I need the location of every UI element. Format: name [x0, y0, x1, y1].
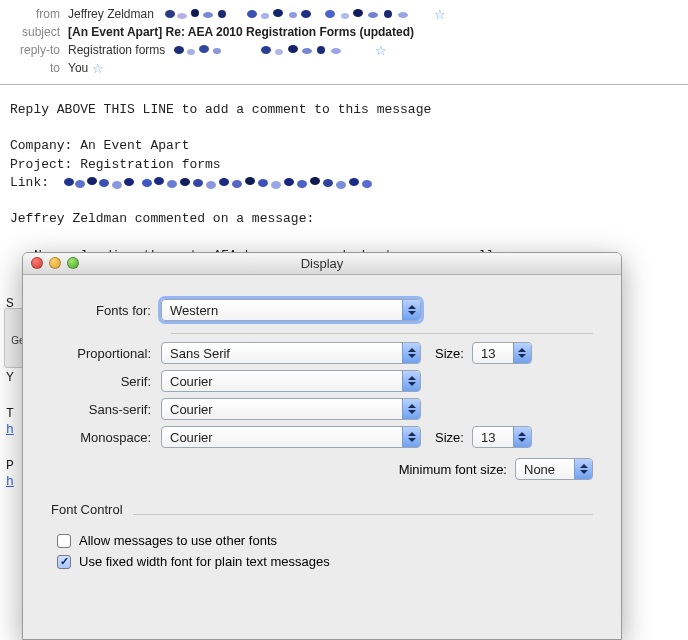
font-control-title: Font Control	[51, 502, 123, 517]
bg-letter: T	[6, 406, 14, 421]
svg-point-37	[206, 181, 216, 189]
from-value: Jeffrey Zeldman	[68, 7, 154, 21]
svg-point-41	[258, 179, 268, 187]
proportional-label: Proportional:	[51, 346, 161, 361]
star-icon[interactable]: ☆	[92, 61, 104, 76]
row-fixed-width[interactable]: Use fixed width font for plain text mess…	[57, 554, 593, 569]
divider	[171, 333, 593, 334]
svg-point-48	[349, 178, 359, 186]
window-body: Fonts for: Western Proportional: Sans Se…	[23, 275, 621, 569]
svg-point-42	[271, 181, 281, 189]
row-monospace: Monospace: Courier Size: 13	[51, 426, 593, 448]
fixed-width-label: Use fixed width font for plain text mess…	[79, 554, 330, 569]
traffic-lights	[31, 257, 79, 269]
replyto-value: Registration forms	[68, 43, 165, 57]
to-label: to	[8, 61, 68, 75]
svg-point-27	[75, 180, 85, 188]
serif-select[interactable]: Courier	[161, 370, 421, 392]
svg-point-2	[191, 9, 199, 17]
titlebar[interactable]: Display	[23, 253, 621, 275]
sans-value: Courier	[162, 402, 402, 417]
minimize-icon[interactable]	[49, 257, 61, 269]
svg-point-15	[398, 12, 408, 18]
chevron-updown-icon	[402, 371, 420, 391]
replyto-label: reply-to	[8, 43, 68, 57]
proportional-value: Sans Serif	[162, 346, 402, 361]
svg-point-44	[297, 180, 307, 188]
min-font-select[interactable]: None	[515, 458, 593, 480]
subject-label: subject	[8, 25, 68, 39]
svg-point-17	[187, 49, 195, 55]
bg-letter: h	[6, 474, 14, 489]
svg-point-49	[362, 180, 372, 188]
chevron-updown-icon	[574, 459, 592, 479]
proportional-size-value: 13	[473, 346, 513, 361]
bg-letter: h	[6, 422, 14, 437]
svg-point-24	[317, 46, 325, 54]
chevron-updown-icon	[402, 343, 420, 363]
svg-point-13	[368, 12, 378, 18]
sans-serif-select[interactable]: Courier	[161, 398, 421, 420]
monospace-select[interactable]: Courier	[161, 426, 421, 448]
close-icon[interactable]	[31, 257, 43, 269]
svg-point-38	[219, 178, 229, 186]
min-font-value: None	[516, 462, 574, 477]
display-window: Display Fonts for: Western Proportional:…	[22, 252, 622, 640]
checkbox-fixed-width[interactable]	[57, 555, 71, 569]
svg-point-28	[87, 177, 97, 185]
svg-point-47	[336, 181, 346, 189]
row-fonts-for: Fonts for: Western	[51, 299, 593, 321]
proportional-select[interactable]: Sans Serif	[161, 342, 421, 364]
svg-point-7	[273, 9, 283, 17]
sans-label: Sans-serif:	[51, 402, 161, 417]
redacted-splotch	[61, 175, 381, 189]
svg-point-26	[64, 178, 74, 186]
svg-point-22	[288, 45, 298, 53]
svg-point-3	[203, 12, 213, 18]
company-line: Company: An Event Apart	[10, 137, 678, 155]
svg-point-39	[232, 180, 242, 188]
svg-point-0	[165, 10, 175, 18]
fonts-for-select[interactable]: Western	[161, 299, 421, 321]
row-min-font: Minimum font size: None	[51, 458, 593, 480]
svg-point-40	[245, 177, 255, 185]
proportional-size-label: Size:	[435, 346, 464, 361]
star-icon[interactable]: ☆	[375, 43, 387, 58]
svg-point-20	[261, 46, 271, 54]
chevron-updown-icon	[402, 427, 420, 447]
header-row-from: from Jeffrey Zeldman ☆	[8, 6, 680, 22]
mono-size-label: Size:	[435, 430, 464, 445]
row-allow-other-fonts[interactable]: Allow messages to use other fonts	[57, 533, 593, 548]
divider	[133, 514, 593, 515]
mono-size-value: 13	[473, 430, 513, 445]
window-title: Display	[301, 256, 344, 271]
chevron-updown-icon	[513, 343, 531, 363]
link-line: Link:	[10, 174, 678, 192]
svg-point-31	[124, 178, 134, 186]
monospace-size-select[interactable]: 13	[472, 426, 532, 448]
svg-point-32	[142, 179, 152, 187]
star-icon[interactable]: ☆	[434, 7, 446, 22]
svg-point-46	[323, 179, 333, 187]
link-label: Link:	[10, 175, 49, 190]
svg-point-11	[341, 13, 349, 19]
mono-label: Monospace:	[51, 430, 161, 445]
checkbox-allow-other-fonts[interactable]	[57, 534, 71, 548]
svg-point-6	[261, 13, 269, 19]
bg-letter: P	[6, 458, 14, 473]
svg-point-33	[154, 177, 164, 185]
header-row-to: to You ☆	[8, 60, 680, 76]
svg-point-25	[331, 48, 341, 54]
redacted-splotch	[160, 7, 430, 21]
svg-point-1	[177, 13, 187, 19]
proportional-size-select[interactable]: 13	[472, 342, 532, 364]
chevron-updown-icon	[402, 399, 420, 419]
serif-value: Courier	[162, 374, 402, 389]
svg-point-36	[193, 179, 203, 187]
redacted-splotch	[171, 43, 371, 57]
svg-point-34	[167, 180, 177, 188]
svg-point-29	[99, 179, 109, 187]
zoom-icon[interactable]	[67, 257, 79, 269]
chevron-updown-icon	[513, 427, 531, 447]
svg-point-45	[310, 177, 320, 185]
